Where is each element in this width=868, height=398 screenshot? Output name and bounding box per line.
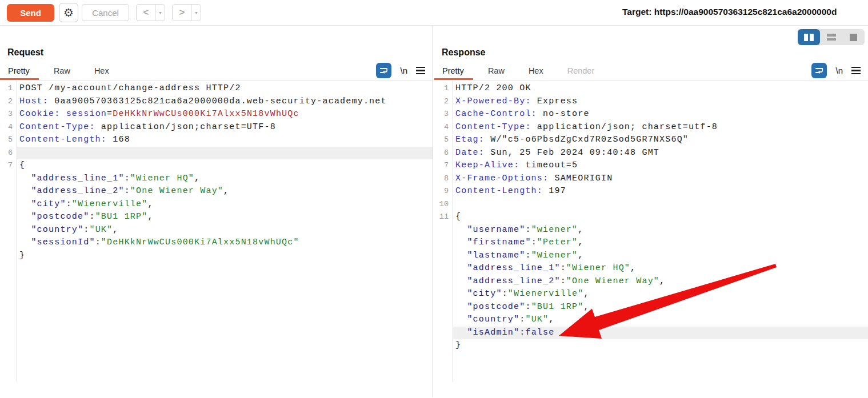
line-number: 8	[434, 172, 453, 186]
code-text: HTTP/2 200 OK	[453, 82, 868, 95]
line-number	[434, 236, 453, 250]
tab-pretty[interactable]: Pretty	[442, 66, 464, 80]
code-line: "country":"UK",	[0, 224, 433, 237]
code-text: "city":"Wienerville",	[17, 198, 433, 211]
forward-button-group: > ▼	[172, 4, 201, 21]
target-label: Target:	[622, 7, 651, 17]
newline-toggle-icon[interactable]: \n	[400, 66, 407, 75]
line-number	[434, 301, 453, 314]
gutter-divider	[453, 81, 453, 382]
line-number: 4	[0, 121, 17, 134]
code-line: }	[0, 250, 433, 263]
code-text: {	[17, 159, 433, 172]
request-panel-title: Request	[7, 47, 433, 58]
code-text: Keep-Alive: timeout=5	[453, 159, 868, 172]
code-text: "username":"wiener",	[453, 224, 868, 237]
code-line: "country":"UK",	[434, 313, 868, 327]
line-number: 1	[434, 82, 453, 95]
code-text: Content-Type: application/json; charset=…	[453, 121, 868, 134]
code-line: 8X-Frame-Options: SAMEORIGIN	[434, 172, 868, 186]
line-number: 10	[434, 198, 453, 211]
line-number: 4	[434, 121, 453, 134]
line-number: 5	[0, 134, 17, 147]
code-line: "city":"Wienerville",	[0, 198, 433, 211]
line-number: 2	[0, 95, 17, 108]
line-number	[0, 185, 17, 198]
code-text: }	[453, 339, 868, 352]
soft-wrap-icon[interactable]	[811, 63, 827, 78]
send-button[interactable]: Send	[7, 4, 54, 22]
soft-wrap-icon[interactable]	[376, 63, 391, 78]
code-line: 6	[0, 147, 433, 160]
line-number: 6	[0, 147, 17, 160]
line-number	[0, 198, 17, 211]
code-line: 10	[434, 198, 868, 211]
line-number: 7	[0, 159, 17, 172]
newline-toggle-icon[interactable]: \n	[835, 66, 843, 75]
code-line: 7Keep-Alive: timeout=5	[434, 159, 868, 172]
response-panel-title: Response	[442, 47, 868, 58]
code-text: POST /my-account/change-address HTTP/2	[17, 82, 433, 95]
menu-icon[interactable]	[851, 67, 861, 75]
columns-layout-icon[interactable]	[798, 29, 820, 45]
code-line: 1POST /my-account/change-address HTTP/2	[0, 82, 433, 95]
line-number	[434, 250, 453, 263]
line-number	[0, 236, 17, 250]
tab-raw[interactable]: Raw	[54, 66, 70, 80]
line-number	[434, 327, 453, 340]
back-button[interactable]: <	[137, 5, 155, 21]
code-line: "address_line_1":"Wiener HQ",	[434, 262, 868, 275]
code-line: 4Content-Type: application/json;charset=…	[0, 121, 433, 134]
code-line: }	[434, 339, 868, 352]
tab-hex[interactable]: Hex	[94, 66, 109, 80]
code-text: Date: Sun, 25 Feb 2024 09:40:48 GMT	[453, 147, 868, 160]
gutter-divider	[17, 81, 17, 382]
line-number: 6	[434, 147, 453, 160]
code-line: 3Cookie: session=DeHKkNrWwCUs000Ki7Alxx5…	[0, 108, 433, 121]
code-text: "sessionId":"DeHKkNrWwCUs000Ki7Alxx5N18v…	[17, 236, 433, 250]
line-number	[0, 172, 17, 186]
request-editor[interactable]: 1POST /my-account/change-address HTTP/22…	[0, 80, 433, 382]
code-text	[453, 198, 868, 211]
code-text: "address_line_1":"Wiener HQ",	[17, 172, 433, 186]
line-number: 7	[434, 159, 453, 172]
code-line: 2Host: 0aa900570363125c821ca6a2000000da.…	[0, 95, 433, 108]
back-dropdown-arrow-icon[interactable]: ▼	[155, 5, 165, 21]
code-line: "postcode":"BU1 1RP",	[434, 301, 868, 314]
code-line: 11{	[434, 211, 868, 224]
target-bar: Target: https://0aa900570363125c821ca6a2…	[622, 7, 837, 17]
line-number: 5	[434, 134, 453, 147]
settings-button[interactable]: ⚙	[59, 3, 78, 22]
code-line: "firstname":"Peter",	[434, 236, 868, 250]
forward-button[interactable]: >	[173, 5, 191, 21]
line-number: 9	[434, 185, 453, 198]
code-text: Content-Length: 197	[453, 185, 868, 198]
code-text: Cookie: session=DeHKkNrWwCUs000Ki7Alxx5N…	[17, 108, 433, 121]
code-text: "country":"UK",	[453, 313, 868, 327]
code-line: "address_line_2":"One Wiener Way",	[434, 275, 868, 288]
line-number	[434, 313, 453, 327]
cancel-button[interactable]: Cancel	[82, 4, 129, 21]
code-text: Etag: W/"c5-o6PbsdZgCxd7R0zSod5GR7NXS6Q"	[453, 134, 868, 147]
code-text: "postcode":"BU1 1RP",	[17, 211, 433, 224]
code-text: "firstname":"Peter",	[453, 236, 868, 250]
single-layout-icon[interactable]	[842, 29, 865, 45]
tab-raw[interactable]: Raw	[488, 66, 505, 80]
menu-icon[interactable]	[416, 67, 425, 75]
code-line: "username":"wiener",	[434, 224, 868, 237]
response-editor: 1HTTP/2 200 OK2X-Powered-By: Express3Cac…	[434, 80, 868, 382]
code-line: 4Content-Type: application/json; charset…	[434, 121, 868, 134]
tab-hex[interactable]: Hex	[529, 66, 543, 80]
single-glyph	[850, 34, 857, 41]
tab-render: Render	[567, 66, 595, 80]
back-button-group: < ▼	[136, 4, 165, 21]
rows-layout-icon[interactable]	[820, 29, 842, 45]
tab-pretty[interactable]: Pretty	[8, 66, 30, 80]
forward-dropdown-arrow-icon[interactable]: ▼	[191, 5, 201, 21]
repeater-toolbar: Send ⚙ Cancel < ▼ > ▼ Target: https://0a…	[0, 0, 868, 26]
code-line: 5Content-Length: 168	[0, 134, 433, 147]
columns-glyph	[804, 34, 814, 41]
code-line: "address_line_2":"One Wiener Way",	[0, 185, 433, 198]
line-number	[434, 339, 453, 352]
line-number	[434, 288, 453, 301]
